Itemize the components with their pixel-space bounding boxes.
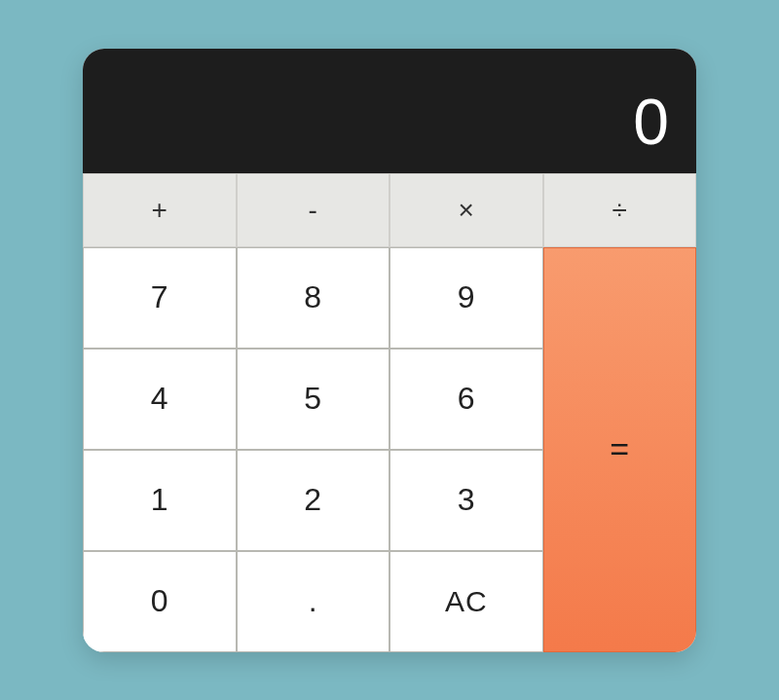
- operator-row: + - × ÷: [83, 173, 696, 247]
- display: 0: [83, 49, 696, 173]
- digit-0-button[interactable]: 0: [83, 551, 237, 652]
- add-button[interactable]: +: [83, 173, 237, 247]
- digit-9-button[interactable]: 9: [390, 247, 543, 349]
- multiply-button[interactable]: ×: [390, 173, 543, 247]
- digit-1-button[interactable]: 1: [83, 450, 237, 551]
- digit-8-button[interactable]: 8: [237, 247, 390, 349]
- digit-6-button[interactable]: 6: [390, 349, 543, 450]
- keypad: 7 8 9 = 4 5 6 1 2 3 0 . AC: [83, 247, 696, 652]
- clear-button[interactable]: AC: [390, 551, 543, 652]
- calculator: 0 + - × ÷ 7 8 9 = 4 5 6 1 2 3 0 . AC: [83, 49, 696, 652]
- digit-4-button[interactable]: 4: [83, 349, 237, 450]
- subtract-button[interactable]: -: [237, 173, 390, 247]
- digit-7-button[interactable]: 7: [83, 247, 237, 349]
- divide-button[interactable]: ÷: [543, 173, 697, 247]
- digit-5-button[interactable]: 5: [237, 349, 390, 450]
- equals-button[interactable]: =: [543, 247, 697, 652]
- digit-2-button[interactable]: 2: [237, 450, 390, 551]
- digit-3-button[interactable]: 3: [390, 450, 543, 551]
- display-value: 0: [633, 90, 669, 154]
- decimal-button[interactable]: .: [237, 551, 390, 652]
